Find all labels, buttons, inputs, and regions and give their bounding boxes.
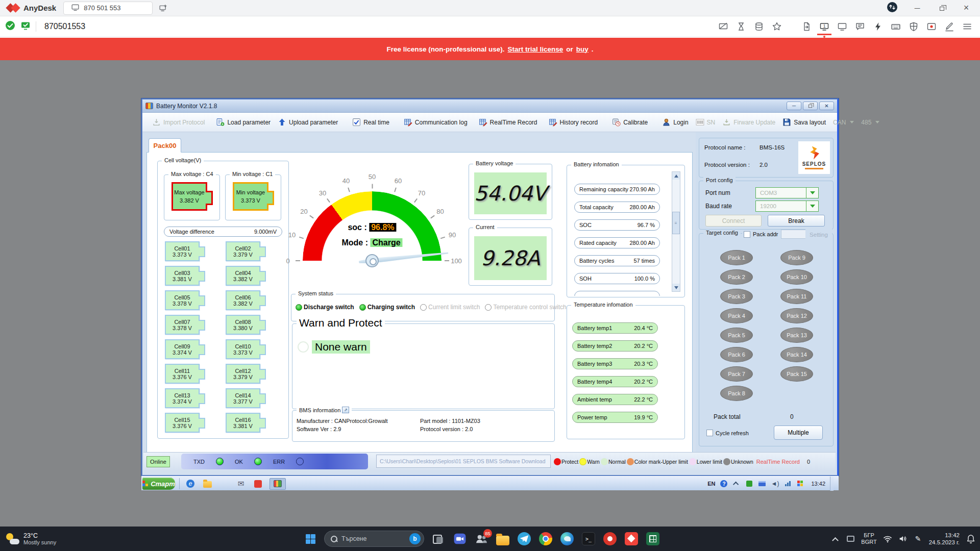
chevron-down-icon[interactable] (806, 188, 818, 198)
remote-start-button[interactable]: Старт (142, 478, 175, 490)
toolbar-real-time[interactable]: Real time (349, 116, 393, 128)
toolbar-communication-log[interactable]: Communication log (400, 116, 471, 128)
close-button[interactable]: × (961, 3, 972, 13)
pack-button-pack-5[interactable]: Pack 5 (720, 328, 753, 343)
vol-tray-icon[interactable]: ◄) (771, 480, 779, 488)
session-address[interactable]: 870501553 (44, 22, 85, 31)
pack-button-pack-6[interactable]: Pack 6 (720, 347, 753, 362)
record-icon[interactable] (926, 21, 937, 32)
pen-icon[interactable]: ✎ (914, 534, 923, 543)
pack-button-pack-9[interactable]: Pack 9 (780, 250, 813, 265)
pack-button-pack-15[interactable]: Pack 15 (780, 366, 813, 382)
clock[interactable]: 13:4224.5.2023 г. (929, 532, 960, 546)
display-icon[interactable] (837, 21, 848, 32)
volume-icon[interactable] (898, 534, 908, 543)
scroll-up-icon[interactable] (672, 172, 680, 180)
window-restore-button[interactable] (803, 102, 818, 110)
toolbar-upload-parameter[interactable]: Upload parameter (274, 116, 341, 128)
ie-icon[interactable]: e (185, 479, 195, 489)
actions-icon[interactable] (872, 21, 884, 32)
notification-bell-icon[interactable] (966, 534, 976, 544)
star-icon[interactable] (771, 21, 782, 32)
task-view-icon[interactable] (432, 532, 445, 545)
green-tray-icon[interactable] (745, 480, 753, 488)
break-button[interactable]: Break (768, 215, 825, 227)
permissions-icon[interactable] (908, 21, 919, 32)
bms-icon[interactable] (270, 478, 286, 490)
firefox-icon[interactable] (219, 479, 229, 489)
anydesk-icon[interactable] (625, 532, 638, 545)
wifi-icon[interactable] (883, 534, 892, 543)
chevron-down-icon[interactable] (806, 201, 818, 211)
toolbar-history-record[interactable]: History record (545, 116, 602, 128)
window-close-button[interactable]: ✕ (819, 102, 834, 110)
tab-pack00[interactable]: Pack00 (149, 138, 181, 153)
remote-language[interactable]: EN (707, 481, 715, 487)
setting-button[interactable]: Setting (805, 229, 832, 241)
port-select[interactable]: COM3 (755, 187, 819, 198)
mail-icon[interactable]: ✉ (236, 479, 246, 489)
monitor-off-icon[interactable] (718, 21, 729, 32)
toolbar-calibrate[interactable]: Calibrate (608, 116, 651, 128)
session-tab[interactable]: 870 501 553 (63, 2, 153, 15)
toolbar-realtime-record[interactable]: RealTime Record (475, 116, 541, 128)
keyboard-icon[interactable] (890, 21, 901, 32)
chrome-icon[interactable] (539, 532, 552, 545)
buy-link[interactable]: buy (576, 45, 589, 53)
net-tray-icon[interactable] (783, 480, 792, 488)
toolbar-load-parameter[interactable]: Load parameter (212, 116, 274, 128)
file-transfer-icon[interactable] (801, 21, 812, 32)
servers-icon[interactable] (753, 21, 765, 32)
maximize-button[interactable] (936, 4, 947, 12)
whiteboard-icon[interactable] (944, 21, 955, 32)
pack-button-pack-13[interactable]: Pack 13 (780, 328, 813, 343)
toolbar-sava-layout[interactable]: Sava layout (779, 116, 829, 128)
pack-button-pack-1[interactable]: Pack 1 (720, 250, 753, 265)
scroll-down-icon[interactable] (672, 284, 680, 291)
teams-icon[interactable] (453, 532, 467, 545)
pack-button-pack-11[interactable]: Pack 11 (780, 289, 813, 304)
red-icon[interactable] (253, 479, 263, 489)
connect-button[interactable]: Connect (705, 215, 762, 227)
pack-button-pack-3[interactable]: Pack 3 (720, 289, 753, 304)
weather-widget[interactable]: 23°C Mostly sunny (5, 527, 56, 551)
search-box[interactable]: b (324, 531, 424, 547)
window-minimize-button[interactable]: ─ (787, 102, 801, 110)
multiple-button[interactable]: Multiple (774, 425, 823, 440)
start-button[interactable] (300, 529, 321, 549)
people-icon[interactable]: 85 (475, 532, 488, 545)
pack-addr-checkbox[interactable] (744, 231, 750, 238)
pack-button-pack-10[interactable]: Pack 10 (780, 269, 813, 285)
pack-button-pack-7[interactable]: Pack 7 (720, 366, 753, 382)
media-app-icon[interactable] (603, 532, 617, 545)
window-titlebar[interactable]: Battery Monitor V2.1.8 ─ ✕ (142, 99, 837, 113)
telegram-icon[interactable] (518, 532, 531, 545)
pack-button-pack-12[interactable]: Pack 12 (780, 308, 813, 323)
hidden-icons-chevron[interactable] (830, 534, 840, 543)
session-status-icon[interactable] (886, 1, 898, 15)
tray-app-icon[interactable] (846, 534, 855, 543)
file-explorer-icon[interactable] (496, 536, 509, 545)
cycle-refresh-checkbox[interactable] (706, 430, 713, 436)
edge-icon[interactable] (560, 532, 574, 545)
display-1-icon[interactable]: 1 (819, 21, 830, 32)
chat-icon[interactable] (854, 21, 866, 32)
show-desktop-button[interactable] (830, 477, 834, 491)
remote-clock[interactable]: 13:42 (811, 481, 825, 487)
toolbar-login[interactable]: Login (658, 116, 692, 128)
hourglass-icon[interactable] (736, 21, 747, 32)
terminal-icon[interactable] (582, 532, 595, 545)
chev-tray-icon[interactable] (732, 480, 741, 488)
pack-button-pack-2[interactable]: Pack 2 (720, 269, 753, 285)
scroll-thumb[interactable]: ≡ (672, 212, 680, 234)
expand-icon[interactable]: ⇗ (342, 407, 349, 413)
help-tray-icon[interactable]: ? (720, 480, 728, 488)
pack-button-pack-4[interactable]: Pack 4 (720, 308, 753, 323)
flag-tray-icon[interactable] (796, 480, 804, 488)
folder-icon[interactable] (202, 479, 212, 489)
menu-icon[interactable] (962, 21, 973, 32)
pack-button-pack-14[interactable]: Pack 14 (780, 347, 813, 362)
pack-button-pack-8[interactable]: Pack 8 (720, 386, 753, 401)
new-session-icon[interactable] (159, 4, 167, 12)
search-input[interactable] (341, 535, 405, 542)
